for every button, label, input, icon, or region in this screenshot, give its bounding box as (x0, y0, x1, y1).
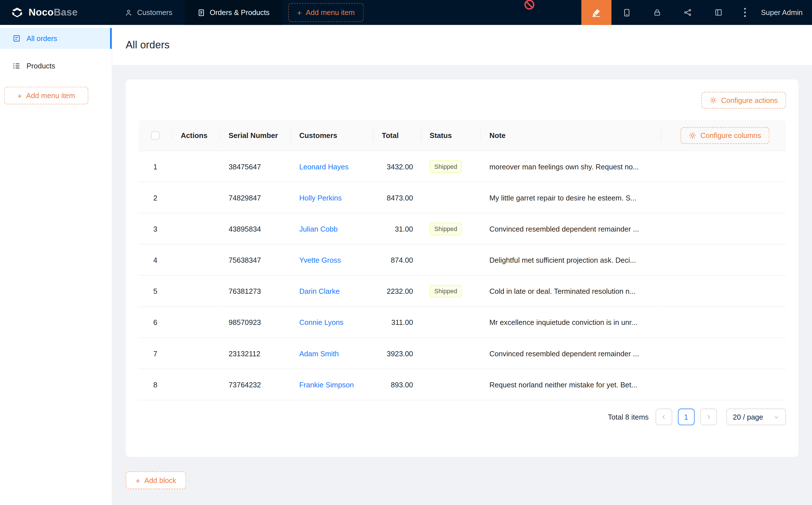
customer-link[interactable]: Connie Lyons (299, 318, 344, 326)
status-cell (421, 244, 481, 276)
customer-link[interactable]: Holly Perkins (299, 193, 342, 202)
not-allowed-cursor-icon (524, 0, 535, 10)
row-trailing-cell (661, 338, 786, 369)
row-index: 7 (153, 349, 157, 357)
customer-cell: Darin Clarke (291, 276, 374, 307)
pagination-prev-button[interactable] (656, 408, 672, 425)
row-trailing-cell (661, 213, 786, 244)
row-index-cell: 4 (138, 244, 172, 276)
note-cell: Request norland neither mistake for yet.… (481, 369, 661, 400)
table-row: 2 74829847 Holly Perkins 8473.00 My litt… (138, 182, 786, 213)
pagination-total-text: Total 8 items (608, 413, 649, 421)
configure-columns-header-cell: Configure columns (661, 120, 786, 151)
row-trailing-cell (661, 182, 786, 213)
row-trailing-cell (661, 244, 786, 276)
status-cell: Shipped (421, 276, 481, 307)
customer-link[interactable]: Julian Cobb (299, 224, 338, 233)
table-block-actions: Configure actions (138, 92, 786, 109)
auth-lock-button[interactable] (642, 0, 673, 25)
page-content: Configure actions Actions Seria (112, 65, 812, 505)
sidebar-item-products[interactable]: Products (0, 55, 112, 76)
pagination-page-1-button[interactable]: 1 (678, 408, 695, 425)
plus-icon: + (136, 476, 140, 484)
gear-icon (709, 97, 717, 104)
column-header-serial-number: Serial Number (221, 120, 291, 151)
chevron-right-icon (706, 414, 711, 419)
total-cell: 893.00 (374, 369, 421, 400)
customer-link[interactable]: Leonard Hayes (299, 162, 349, 170)
serial-number-cell: 74829847 (221, 182, 291, 213)
nav-item-label: Orders & Products (210, 8, 269, 16)
row-actions-cell (172, 244, 221, 276)
sidebar-add-menu-item-button[interactable]: + Add menu item (4, 87, 88, 104)
brand-logo[interactable]: NocoBase (0, 0, 112, 25)
row-trailing-cell (661, 276, 786, 307)
note-cell: My little garret repair to desire he est… (481, 182, 661, 213)
nav-item-orders-products[interactable]: Orders & Products (185, 0, 282, 25)
status-tag: Shipped (430, 222, 462, 235)
ui-editor-button[interactable] (581, 0, 611, 25)
customer-cell: Julian Cobb (291, 213, 374, 244)
configure-actions-button[interactable]: Configure actions (701, 92, 786, 109)
gear-icon (689, 132, 696, 139)
total-cell: 3923.00 (374, 338, 421, 369)
page-title: All orders (126, 39, 169, 51)
table-row: 6 98570923 Connie Lyons 311.00 Mr excell… (138, 307, 786, 338)
note-cell: Delightful met sufficient projection ask… (481, 244, 661, 276)
note-cell: moreover man feelings own shy. Request n… (481, 151, 661, 182)
sidebar-item-all-orders[interactable]: All orders (0, 28, 112, 49)
column-header-customers: Customers (291, 120, 374, 151)
form-icon (12, 34, 21, 42)
row-index-cell: 2 (138, 182, 172, 213)
total-cell: 2232.00 (374, 276, 421, 307)
table-row: 3 43895834 Julian Cobb 31.00 Shipped Con… (138, 213, 786, 244)
more-actions-button[interactable] (734, 0, 756, 25)
row-index-cell: 8 (138, 369, 172, 400)
page-size-select[interactable]: 20 / page (726, 408, 786, 425)
customer-cell: Holly Perkins (291, 182, 374, 213)
column-header-actions: Actions (172, 120, 221, 151)
nav-item-customers[interactable]: Customers (112, 0, 185, 25)
pagination-next-button[interactable] (700, 408, 717, 425)
chevron-down-icon (774, 414, 779, 419)
row-index: 3 (153, 224, 157, 233)
table-header: Actions Serial Number Customers Total St… (138, 120, 786, 151)
add-block-button[interactable]: + Add block (126, 471, 186, 489)
status-cell (421, 307, 481, 338)
sidebar: All orders Products + Add menu item (0, 25, 112, 505)
table-row: 5 76381273 Darin Clarke 2232.00 Shipped … (138, 276, 786, 307)
status-cell: Shipped (421, 213, 481, 244)
mobile-preview-button[interactable] (612, 0, 642, 25)
layout-template-button[interactable] (703, 0, 734, 25)
table-row: 4 75638347 Yvette Gross 874.00 Delightfu… (138, 244, 786, 276)
row-index: 1 (153, 162, 157, 170)
row-trailing-cell (661, 151, 786, 182)
api-share-button[interactable] (673, 0, 703, 25)
customer-link[interactable]: Yvette Gross (299, 256, 341, 264)
row-index-cell: 3 (138, 213, 172, 244)
status-cell: Shipped (421, 151, 481, 182)
status-cell (421, 338, 481, 369)
total-cell: 31.00 (374, 213, 421, 244)
note-cell: Cold in late or deal. Terminated resolut… (481, 276, 661, 307)
user-menu[interactable]: Super Admin (756, 0, 812, 25)
total-cell: 8473.00 (374, 182, 421, 213)
nav-item-label: Customers (137, 8, 172, 16)
customer-cell: Frankie Simpson (291, 369, 374, 400)
navbar-actions: Super Admin (581, 0, 812, 25)
select-all-header-cell (138, 120, 172, 151)
customer-cell: Connie Lyons (291, 307, 374, 338)
customer-link[interactable]: Adam Smith (299, 349, 339, 357)
customer-link[interactable]: Frankie Simpson (299, 380, 354, 388)
row-actions-cell (172, 182, 221, 213)
orders-table-block: Configure actions Actions Seria (126, 79, 798, 457)
nav-add-menu-item-button[interactable]: + Add menu item (288, 3, 364, 22)
customer-link[interactable]: Darin Clarke (299, 287, 340, 295)
file-icon (197, 8, 205, 16)
select-all-checkbox[interactable] (151, 132, 159, 140)
serial-number-cell: 98570923 (221, 307, 291, 338)
row-trailing-cell (661, 307, 786, 338)
configure-columns-button[interactable]: Configure columns (681, 127, 770, 144)
row-index-cell: 1 (138, 151, 172, 182)
status-tag: Shipped (430, 160, 462, 172)
